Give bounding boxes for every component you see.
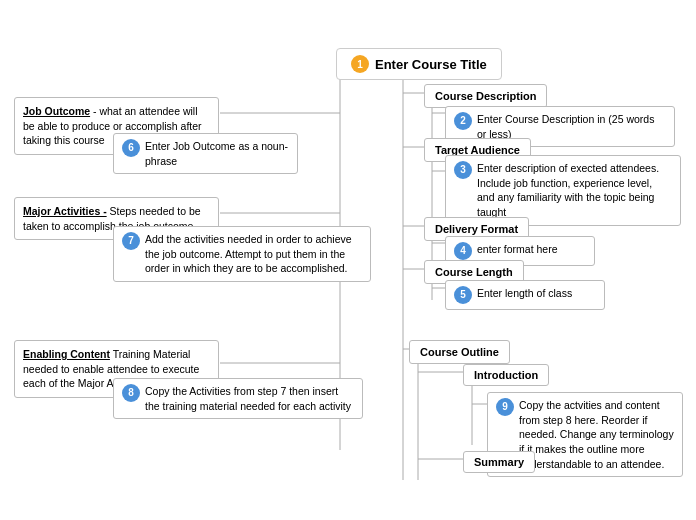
course-length-label: Course Length <box>435 266 513 278</box>
title-text: Enter Course Title <box>375 57 487 72</box>
step7-box: 7 Add the activities needed in order to … <box>113 226 371 282</box>
course-description-label: Course Description <box>435 90 536 102</box>
introduction-box: Introduction <box>463 364 549 386</box>
step8-badge: 8 <box>122 384 140 402</box>
step6-text: Enter Job Outcome as a noun-phrase <box>145 139 289 168</box>
step2-text: Enter Course Description in (25 words or… <box>477 112 666 141</box>
step3-box: 3 Enter description of exected attendees… <box>445 155 681 226</box>
step7-badge: 7 <box>122 232 140 250</box>
introduction-label: Introduction <box>474 369 538 381</box>
course-outline-label: Course Outline <box>420 346 499 358</box>
step4-badge: 4 <box>454 242 472 260</box>
enabling-content-label: Enabling Content <box>23 348 110 360</box>
title-node: 1 Enter Course Title <box>336 48 502 80</box>
course-outline-box: Course Outline <box>409 340 510 364</box>
step8-text: Copy the Activities from step 7 then ins… <box>145 384 354 413</box>
step3-badge: 3 <box>454 161 472 179</box>
step9-badge: 9 <box>496 398 514 416</box>
major-activities-label: Major Activities - <box>23 205 107 217</box>
canvas: 1 Enter Course Title Job Outcome - what … <box>0 0 696 520</box>
step3-text: Enter description of exected attendees. … <box>477 161 672 220</box>
job-outcome-label: Job Outcome <box>23 105 90 117</box>
summary-box: Summary <box>463 451 535 473</box>
step5-text: Enter length of class <box>477 286 572 301</box>
title-badge: 1 <box>351 55 369 73</box>
step6-box: 6 Enter Job Outcome as a noun-phrase <box>113 133 298 174</box>
step7-text: Add the activities needed in order to ac… <box>145 232 362 276</box>
step2-badge: 2 <box>454 112 472 130</box>
step4-text: enter format here <box>477 242 558 257</box>
step9-text: Copy the actvities and content from step… <box>519 398 674 471</box>
step6-badge: 6 <box>122 139 140 157</box>
step8-box: 8 Copy the Activities from step 7 then i… <box>113 378 363 419</box>
step5-badge: 5 <box>454 286 472 304</box>
course-description-node: Course Description <box>424 84 547 108</box>
step5-box: 5 Enter length of class <box>445 280 605 310</box>
delivery-format-label: Delivery Format <box>435 223 518 235</box>
summary-label: Summary <box>474 456 524 468</box>
